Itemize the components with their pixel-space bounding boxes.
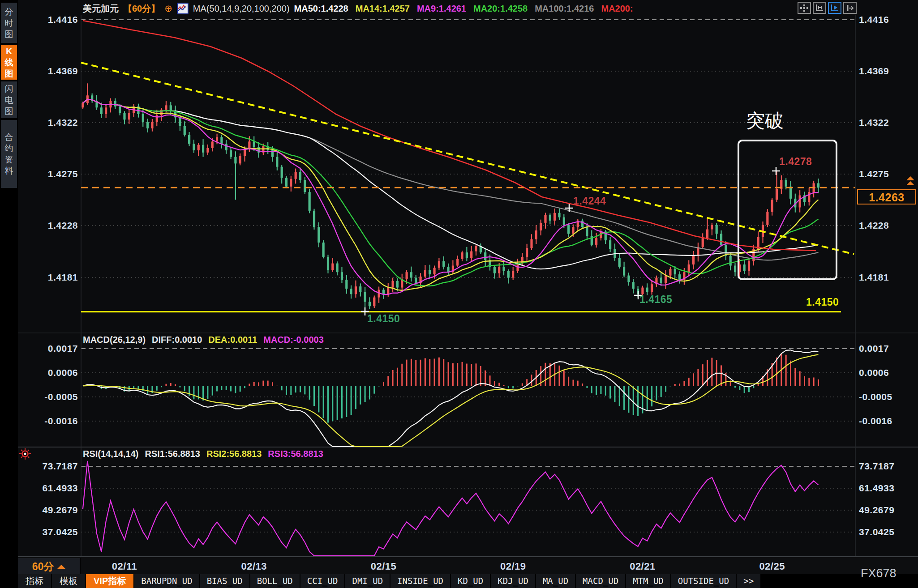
price-annotation: 1.4244 (573, 195, 606, 207)
axis-tick-label: 0.0006 (859, 367, 889, 378)
indicator-tab-mtm_ud[interactable]: MTM_UD (626, 574, 671, 588)
current-price-tag: 1.4263 (857, 189, 916, 205)
price-scroll-arrows-icon[interactable] (906, 176, 914, 185)
axis-tick-label: 1.4416 (859, 14, 889, 25)
crosshair-circle-icon[interactable]: ⊕ (164, 4, 172, 13)
indicator-tab-bias_ud[interactable]: BIAS_UD (200, 574, 250, 588)
axis-tick-label: 1.4275 (19, 169, 78, 179)
period-indicator[interactable]: 60分 (18, 558, 81, 575)
axis-tick-label: 37.0425 (19, 527, 78, 537)
indicator-tab-macd_ud[interactable]: MACD_UD (576, 574, 626, 588)
ma14-line (83, 99, 819, 290)
axis-tick-label: 1.4369 (859, 66, 889, 77)
axis-tick-label: 1.4228 (19, 220, 78, 231)
symbol-title: 美元加元 (83, 3, 119, 15)
indicator-value: RSI2:56.8813 (206, 449, 262, 459)
indicator-tab-模板[interactable]: 模板 (52, 574, 86, 588)
rsi-line (83, 461, 819, 556)
pan-tool-button[interactable] (798, 2, 811, 14)
period-indicator-label: 60分 (32, 560, 54, 574)
axis-tick-label: -0.0005 (859, 392, 892, 402)
shift-right-button[interactable] (843, 2, 857, 14)
axis-tick-label: 0.0017 (859, 343, 889, 354)
price-annotation: 1.4278 (779, 156, 812, 168)
axis-tick-label: 49.2679 (19, 505, 78, 516)
period-up-arrow-icon (57, 565, 65, 569)
indicator-tab-kd_ud[interactable]: KD_UD (451, 574, 491, 588)
axis-tick-label: 1.4181 (859, 272, 889, 283)
macd-dea-line (83, 354, 819, 447)
indicator-tab-dmi_ud[interactable]: DMI_UD (345, 574, 390, 588)
indicator-tab-kdj_ud[interactable]: KDJ_UD (491, 574, 536, 588)
macd-header: MACD(26,12,9) DIFF:0.0010DEA:0.0011MACD:… (83, 335, 324, 345)
axis-tick-label: 0.0006 (19, 367, 78, 378)
rsi-title: RSI(14,14,14) (83, 449, 139, 459)
indicator-tab-outside_ud[interactable]: OUTSIDE_UD (671, 574, 737, 588)
sidebar-item-3[interactable]: 闪电图 (1, 81, 17, 118)
alert-icon[interactable] (19, 447, 31, 462)
rsi-header: RSI(14,14,14) RSI1:56.8813RSI2:56.8813RS… (83, 449, 323, 459)
date-axis-strip: 60分 02/1102/1302/1502/1902/2102/25 (18, 556, 918, 575)
date-tick-label: 02/19 (482, 561, 545, 572)
indicator-value: DIFF:0.0010 (152, 335, 202, 345)
axis-tick-label: -0.0016 (859, 416, 892, 426)
trading-terminal: 分时图K线图闪电图合约资料 美元加元 【60分】 ⊕ MA(50,14,9,20… (0, 0, 918, 588)
axis-tick-label: 37.0425 (859, 527, 894, 537)
date-tick-label: 02/13 (223, 561, 285, 572)
axis-tick-label: 1.4275 (859, 169, 889, 179)
axis-tick-label: -0.0005 (19, 392, 78, 402)
macd-title: MACD(26,12,9) (83, 335, 146, 345)
period-badge[interactable]: 【60分】 (123, 3, 160, 15)
indicator-value: DEA:0.0011 (208, 335, 257, 345)
indicator-tab-ma_ud[interactable]: MA_UD (536, 574, 576, 588)
macd-diff-line (83, 350, 819, 447)
indicator-tab-指标[interactable]: 指标 (18, 574, 52, 588)
ma-legend-item: MA200: (601, 4, 633, 14)
sidebar-item-1[interactable]: 分时图 (1, 3, 17, 43)
axis-tick-label: 0.0017 (19, 343, 78, 354)
auto-scroll-button[interactable] (828, 2, 841, 14)
indicator-tab-cci_ud[interactable]: CCI_UD (300, 574, 346, 588)
indicator-value: MACD:-0.0003 (263, 335, 323, 345)
axis-tick-label: 1.4181 (19, 272, 78, 283)
axis-tick-label: 1.4322 (19, 117, 78, 128)
date-tick-label: 02/15 (352, 561, 415, 572)
axis-tick-label: 1.4416 (19, 14, 78, 25)
indicator-tab-inside_ud[interactable]: INSIDE_UD (390, 574, 451, 588)
ma-legend: MA50:1.4228MA14:1.4257MA9:1.4261MA20:1.4… (294, 4, 633, 14)
chart-type-icon[interactable] (177, 3, 189, 14)
indicator-tab-barupdn_ud[interactable]: BARUPDN_UD (134, 574, 200, 588)
ma-legend-item: MA50:1.4228 (294, 4, 348, 14)
axis-scale-button[interactable] (813, 2, 826, 14)
watermark: FX678 (861, 567, 897, 580)
indicator-value: RSI3:56.8813 (268, 449, 323, 459)
date-tick-label: 02/21 (611, 561, 674, 572)
price-annotation: 1.4165 (639, 294, 672, 306)
axis-tick-label: 1.4369 (19, 66, 78, 77)
axis-tick-label: 61.4933 (19, 483, 78, 494)
axis-tick-label: 49.2679 (859, 505, 894, 516)
axis-tick-label: 73.7187 (859, 461, 894, 472)
axis-tick-label: 73.7187 (19, 461, 78, 472)
ma-legend-item: MA100:1.4216 (535, 4, 594, 14)
ma-legend-item: MA14:1.4257 (356, 4, 410, 14)
indicator-tab-vip指标[interactable]: VIP指标 (86, 574, 134, 588)
ma-legend-item: MA20:1.4258 (473, 4, 528, 14)
ma50-line (83, 99, 819, 269)
axis-tick-label: 1.4322 (859, 117, 889, 128)
axis-tick-label: -0.0016 (19, 416, 78, 426)
chart-canvas (0, 0, 918, 588)
indicator-tab-more[interactable]: >> (737, 574, 761, 588)
price-annotation: 1.4150 (806, 296, 839, 308)
indicator-tab-boll_ud[interactable]: BOLL_UD (250, 574, 300, 588)
sidebar-item-2[interactable]: K线图 (1, 45, 17, 80)
sidebar-item-4[interactable]: 合约资料 (1, 120, 17, 188)
ma-params-label: MA(50,14,9,20,100,200) (193, 4, 290, 14)
indicator-tab-bar: 指标模板VIP指标BARUPDN_UDBIAS_UDBOLL_UDCCI_UDD… (18, 574, 918, 588)
axis-tick-label: 61.4933 (859, 483, 894, 494)
chart-header: 美元加元 【60分】 ⊕ MA(50,14,9,20,100,200) MA50… (83, 3, 633, 14)
sidebar: 分时图K线图闪电图合约资料 (0, 0, 18, 588)
indicator-value: RSI1:56.8813 (145, 449, 200, 459)
ma-legend-item: MA9:1.4261 (417, 4, 466, 14)
date-tick-label: 02/25 (741, 561, 803, 572)
